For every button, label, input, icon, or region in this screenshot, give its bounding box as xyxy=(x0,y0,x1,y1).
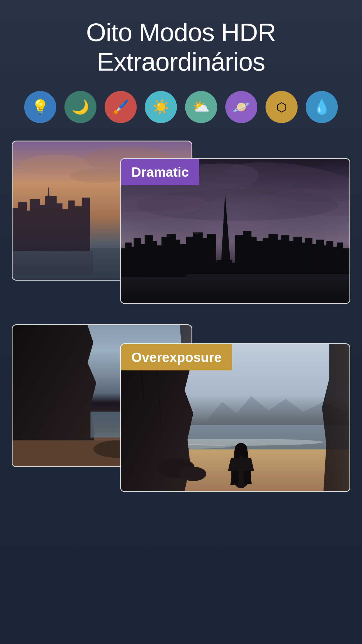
sun-icon: ☀️ xyxy=(152,99,170,115)
svg-rect-38 xyxy=(179,244,186,277)
svg-rect-27 xyxy=(121,249,126,277)
svg-rect-57 xyxy=(305,238,312,274)
svg-point-24 xyxy=(121,192,208,225)
svg-rect-64 xyxy=(342,249,349,274)
svg-rect-65 xyxy=(169,235,170,235)
moon-icon: 🌙 xyxy=(72,99,89,115)
bulb-icon: 💡 xyxy=(31,99,49,115)
svg-rect-35 xyxy=(161,237,168,277)
overexposure-label: Overexposure xyxy=(121,344,232,370)
svg-rect-17 xyxy=(47,196,50,197)
svg-rect-40 xyxy=(216,260,232,274)
main-title: Oito Modos HDR Extraordinários xyxy=(86,18,276,76)
svg-rect-7 xyxy=(26,211,31,251)
svg-rect-16 xyxy=(48,188,49,196)
svg-rect-30 xyxy=(134,238,141,277)
svg-point-25 xyxy=(270,185,349,220)
svg-rect-56 xyxy=(301,243,306,274)
svg-rect-61 xyxy=(326,241,333,274)
svg-rect-18 xyxy=(13,251,93,274)
svg-rect-8 xyxy=(30,199,40,251)
svg-rect-60 xyxy=(323,246,328,274)
cloud-icon: ⛅ xyxy=(192,99,210,115)
svg-rect-59 xyxy=(316,240,324,274)
svg-rect-42 xyxy=(186,237,194,274)
svg-point-3 xyxy=(70,169,128,183)
dramatic-card-front: Dramatic xyxy=(120,158,350,304)
svg-rect-11 xyxy=(55,204,63,251)
icon-planet[interactable]: 🪐 xyxy=(225,91,257,123)
svg-rect-66 xyxy=(171,235,171,235)
svg-rect-63 xyxy=(337,243,343,274)
svg-rect-43 xyxy=(193,232,203,274)
svg-rect-62 xyxy=(332,247,338,274)
svg-rect-5 xyxy=(13,208,20,251)
svg-rect-58 xyxy=(311,244,317,274)
svg-rect-33 xyxy=(152,241,157,277)
svg-rect-46 xyxy=(235,235,245,274)
brush-icon: 🖌️ xyxy=(112,99,129,115)
title-section: Oito Modos HDR Extraordinários xyxy=(86,18,276,76)
svg-point-1 xyxy=(21,155,91,175)
svg-rect-6 xyxy=(18,202,27,251)
svg-rect-50 xyxy=(263,238,270,274)
page-container: Oito Modos HDR Extraordinários 💡 🌙 🖌️ ☀️… xyxy=(0,0,362,644)
svg-rect-47 xyxy=(243,231,252,274)
icon-cloud[interactable]: ⛅ xyxy=(185,91,217,123)
icon-sun[interactable]: ☀️ xyxy=(145,91,177,123)
svg-rect-41 xyxy=(213,263,236,274)
svg-rect-15 xyxy=(82,198,90,251)
svg-rect-32 xyxy=(145,235,153,277)
planet-icon: 🪐 xyxy=(233,99,250,115)
svg-rect-36 xyxy=(167,234,176,277)
svg-rect-49 xyxy=(255,241,264,274)
overexposure-card-front: Overexposure xyxy=(120,343,350,492)
icon-bulb[interactable]: 💡 xyxy=(24,91,56,123)
svg-rect-48 xyxy=(250,237,257,274)
svg-marker-92 xyxy=(228,458,254,471)
title-line1: Oito Modos HDR xyxy=(86,18,276,47)
svg-rect-12 xyxy=(61,209,70,251)
svg-rect-69 xyxy=(197,233,198,234)
svg-marker-39 xyxy=(221,194,231,269)
overexposure-card-stack: Overexposure xyxy=(12,324,350,494)
svg-rect-10 xyxy=(45,196,57,251)
svg-rect-55 xyxy=(293,237,302,274)
dramatic-label: Dramatic xyxy=(121,159,199,185)
icons-row: 💡 🌙 🖌️ ☀️ ⛅ 🪐 ⬡ 💧 xyxy=(24,91,338,123)
svg-rect-28 xyxy=(125,243,132,277)
svg-rect-54 xyxy=(288,241,295,274)
svg-rect-34 xyxy=(156,246,163,277)
svg-rect-14 xyxy=(73,206,83,251)
svg-rect-31 xyxy=(140,244,146,277)
dramatic-card-stack: Dramatic xyxy=(12,141,350,304)
svg-rect-52 xyxy=(277,240,282,274)
svg-rect-45 xyxy=(207,234,216,274)
svg-rect-37 xyxy=(175,240,180,277)
svg-rect-9 xyxy=(38,205,47,251)
icon-moon[interactable]: 🌙 xyxy=(64,91,96,123)
svg-rect-67 xyxy=(169,236,170,237)
icon-brush[interactable]: 🖌️ xyxy=(105,91,137,123)
svg-point-87 xyxy=(180,467,206,481)
svg-rect-68 xyxy=(195,233,196,234)
dramatic-section: Dramatic xyxy=(12,141,350,304)
svg-point-22 xyxy=(223,159,349,209)
svg-rect-53 xyxy=(281,235,289,274)
aperture-icon: ⬡ xyxy=(276,100,287,114)
drop-icon: 💧 xyxy=(313,99,331,115)
overexposure-section: Overexposure xyxy=(12,324,350,494)
svg-point-23 xyxy=(136,189,338,221)
svg-rect-29 xyxy=(130,247,135,277)
svg-rect-13 xyxy=(68,201,75,251)
title-line2: Extraordinários xyxy=(97,47,265,76)
icon-drop[interactable]: 💧 xyxy=(306,91,338,123)
svg-rect-26 xyxy=(121,274,349,303)
icon-aperture[interactable]: ⬡ xyxy=(266,91,298,123)
svg-rect-51 xyxy=(268,234,278,274)
svg-rect-44 xyxy=(201,238,208,274)
